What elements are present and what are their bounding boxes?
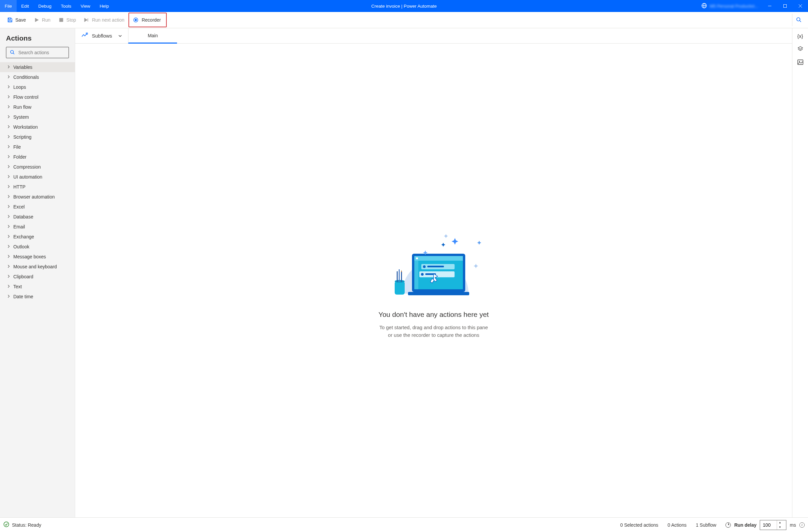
- menu-help[interactable]: Help: [95, 0, 113, 12]
- category-scripting[interactable]: Scripting: [0, 132, 75, 142]
- subflow-icon: [81, 33, 88, 39]
- category-workstation[interactable]: Workstation: [0, 122, 75, 132]
- run-label: Run: [42, 17, 51, 23]
- step-icon: [84, 17, 89, 23]
- main-region: Actions VariablesConditionalsLoopsFlow c…: [0, 28, 808, 517]
- svg-marker-36: [798, 46, 803, 49]
- category-label: Variables: [13, 64, 32, 70]
- category-date-time[interactable]: Date time: [0, 291, 75, 302]
- menu-tools[interactable]: Tools: [56, 0, 76, 12]
- canvas: Subflows Main: [75, 28, 792, 517]
- ui-elements-pane-button[interactable]: [797, 46, 803, 52]
- svg-line-14: [800, 21, 801, 22]
- category-conditionals[interactable]: Conditionals: [0, 72, 75, 82]
- category-label: Date time: [13, 294, 33, 299]
- stop-label: Stop: [67, 17, 76, 23]
- category-flow-control[interactable]: Flow control: [0, 92, 75, 102]
- delay-spin-down[interactable]: ▼: [777, 525, 783, 530]
- empty-subtitle: To get started, drag and drop actions to…: [379, 324, 488, 339]
- svg-rect-25: [427, 266, 444, 267]
- svg-point-38: [799, 61, 800, 62]
- empty-title: You don't have any actions here yet: [379, 310, 489, 319]
- run-delay: Run delay ▲ ▼ ms i: [726, 520, 805, 530]
- category-loops[interactable]: Loops: [0, 82, 75, 92]
- info-icon[interactable]: i: [800, 522, 805, 528]
- category-http[interactable]: HTTP: [0, 182, 75, 192]
- toolbar-search-button[interactable]: [792, 14, 805, 26]
- category-text[interactable]: Text: [0, 282, 75, 291]
- category-label: HTTP: [13, 184, 25, 190]
- category-exchange[interactable]: Exchange: [0, 232, 75, 242]
- clock-icon: [726, 522, 731, 528]
- subflows-label: Subflows: [92, 33, 112, 39]
- category-mouse-and-keyboard[interactable]: Mouse and keyboard: [0, 262, 75, 272]
- search-icon: [796, 17, 802, 24]
- search-icon: [10, 50, 15, 56]
- category-label: Run flow: [13, 104, 31, 110]
- status-ready: Status: Ready: [12, 522, 41, 528]
- subflows-dropdown[interactable]: Subflows: [75, 28, 128, 43]
- chevron-right-icon: [7, 95, 10, 99]
- category-label: Outlook: [13, 244, 29, 249]
- globe-icon: [701, 3, 707, 10]
- category-label: UI automation: [13, 174, 42, 179]
- run-delay-input-wrap[interactable]: ▲ ▼: [760, 520, 786, 530]
- menu-view[interactable]: View: [76, 0, 95, 12]
- check-icon: [3, 521, 9, 528]
- recorder-button[interactable]: Recorder: [128, 13, 167, 27]
- category-email[interactable]: Email: [0, 222, 75, 232]
- chevron-down-icon: [118, 34, 122, 38]
- delay-spin-up[interactable]: ▲: [777, 520, 783, 525]
- run-delay-label: Run delay: [734, 522, 756, 528]
- close-button[interactable]: [793, 0, 808, 12]
- category-label: System: [13, 114, 29, 120]
- chevron-right-icon: [7, 255, 10, 259]
- variables-pane-button[interactable]: {x}: [797, 33, 803, 39]
- maximize-button[interactable]: [777, 0, 793, 12]
- svg-line-16: [13, 53, 15, 54]
- category-label: Database: [13, 214, 33, 220]
- account-button[interactable]: M5 Personal Productivt...: [697, 3, 762, 10]
- status-actions: 0 Actions: [667, 522, 686, 528]
- category-run-flow[interactable]: Run flow: [0, 102, 75, 112]
- category-label: Browser automation: [13, 194, 55, 200]
- category-label: Excel: [13, 204, 25, 209]
- category-clipboard[interactable]: Clipboard: [0, 272, 75, 282]
- title-bar: File Edit Debug Tools View Help Create i…: [0, 0, 808, 12]
- search-actions-input[interactable]: [18, 50, 75, 55]
- search-actions-box[interactable]: [6, 47, 69, 58]
- category-label: File: [13, 144, 21, 150]
- menu-file[interactable]: File: [0, 0, 17, 12]
- category-system[interactable]: System: [0, 112, 75, 122]
- save-button[interactable]: Save: [3, 15, 30, 25]
- menu-edit[interactable]: Edit: [17, 0, 34, 12]
- svg-point-39: [4, 522, 9, 527]
- run-next-label: Run next action: [92, 17, 124, 23]
- category-folder[interactable]: Folder: [0, 152, 75, 162]
- category-outlook[interactable]: Outlook: [0, 242, 75, 252]
- category-label: Exchange: [13, 234, 34, 240]
- menu-debug[interactable]: Debug: [34, 0, 56, 12]
- tab-main[interactable]: Main: [128, 28, 177, 43]
- images-pane-button[interactable]: [797, 59, 803, 65]
- chevron-right-icon: [7, 225, 10, 229]
- category-compression[interactable]: Compression: [0, 162, 75, 172]
- chevron-right-icon: [7, 115, 10, 119]
- category-ui-automation[interactable]: UI automation: [0, 172, 75, 182]
- category-browser-automation[interactable]: Browser automation: [0, 192, 75, 202]
- category-excel[interactable]: Excel: [0, 202, 75, 212]
- category-label: Compression: [13, 164, 41, 170]
- category-database[interactable]: Database: [0, 212, 75, 222]
- chevron-right-icon: [7, 145, 10, 149]
- svg-rect-22: [414, 261, 418, 289]
- category-variables[interactable]: Variables: [0, 62, 75, 72]
- svg-rect-9: [59, 18, 63, 22]
- category-file[interactable]: File: [0, 142, 75, 152]
- category-message-boxes[interactable]: Message boxes: [0, 252, 75, 262]
- chevron-right-icon: [7, 215, 10, 219]
- layers-icon: [797, 46, 803, 53]
- run-delay-input[interactable]: [760, 522, 777, 528]
- category-label: Folder: [13, 154, 26, 159]
- category-list[interactable]: VariablesConditionalsLoopsFlow controlRu…: [0, 62, 75, 517]
- minimize-button[interactable]: [762, 0, 777, 12]
